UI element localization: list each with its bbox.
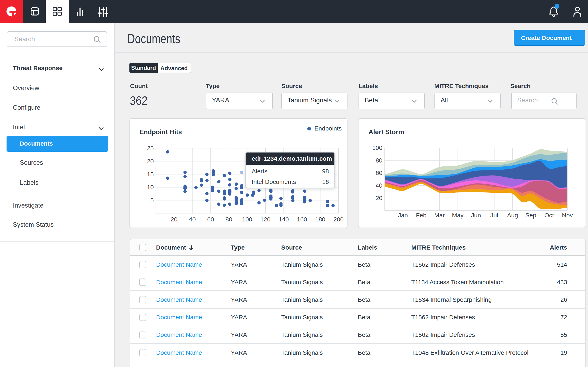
svg-text:10: 10: [147, 184, 154, 191]
svg-text:120: 120: [260, 216, 270, 223]
svg-text:Jun: Jun: [471, 212, 481, 218]
svg-text:5: 5: [150, 197, 154, 203]
svg-text:Jul: Jul: [490, 212, 498, 218]
svg-text:200: 200: [333, 216, 344, 223]
svg-text:60: 60: [375, 169, 382, 176]
svg-text:Mar: Mar: [434, 212, 445, 218]
svg-text:20: 20: [147, 158, 154, 165]
svg-text:20: 20: [375, 194, 382, 201]
svg-text:60: 60: [207, 216, 214, 223]
svg-text:15: 15: [147, 171, 154, 178]
svg-text:May: May: [452, 212, 463, 218]
svg-text:Aug: Aug: [507, 212, 518, 218]
svg-text:Oct: Oct: [544, 212, 554, 218]
svg-text:140: 140: [278, 216, 289, 223]
svg-text:20: 20: [171, 216, 177, 223]
svg-text:40: 40: [189, 216, 196, 223]
svg-text:160: 160: [297, 216, 307, 223]
svg-text:Feb: Feb: [416, 212, 426, 218]
svg-text:180: 180: [315, 216, 325, 223]
svg-text:100: 100: [372, 144, 382, 151]
svg-text:80: 80: [225, 216, 232, 223]
svg-text:40: 40: [375, 182, 382, 189]
svg-text:Sep: Sep: [525, 212, 536, 218]
svg-text:25: 25: [147, 145, 154, 151]
svg-text:100: 100: [242, 216, 252, 223]
svg-text:Nov: Nov: [562, 212, 572, 218]
svg-text:Jan: Jan: [398, 212, 407, 218]
svg-text:80: 80: [375, 157, 382, 164]
